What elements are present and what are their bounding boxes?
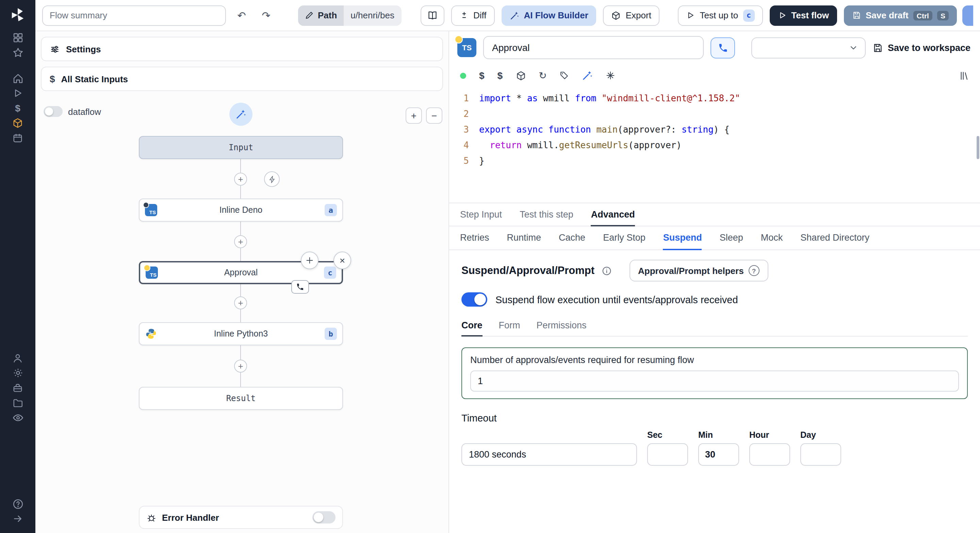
flow-settings-row[interactable]: Settings [41,37,443,61]
insert-step-button[interactable]: + [234,297,247,309]
node-inline-deno-label: Inline Deno [157,205,325,215]
ai-generate-wand-icon[interactable] [582,70,593,81]
path-button[interactable]: Path u/henri/bes [298,5,401,25]
users-icon[interactable] [8,351,28,366]
suspend-enable-toggle[interactable] [461,292,487,307]
dependencies-package-icon[interactable] [515,70,526,81]
windmill-logo[interactable] [10,0,26,30]
add-resource-icon[interactable]: $ [498,70,503,81]
dataflow-toggle[interactable] [43,106,63,117]
ai-flow-builder-button[interactable]: AI Flow Builder [501,5,597,25]
tab-core[interactable]: Core [461,315,482,336]
deploy-button-partial[interactable] [962,5,973,25]
code-line[interactable]: export async function main(approver?: st… [479,122,980,137]
home-icon[interactable] [8,71,28,86]
reload-icon[interactable]: ↻ [539,70,546,81]
reset-sparkle-icon[interactable] [606,71,616,80]
tab-step-input[interactable]: Step Input [460,203,502,226]
suspend-phone-button[interactable] [711,37,735,58]
timeout-sec-input[interactable] [647,443,688,466]
trigger-bolt-button[interactable] [264,171,280,187]
code-lines[interactable]: import * as wmill from "windmill-client@… [479,90,980,203]
approval-prompt-helpers-button[interactable]: Approval/Prompt helpers ? [629,260,768,281]
docs-book-button[interactable] [420,5,444,25]
expand-sidebar-arrow-icon[interactable] [8,511,28,526]
tab-cache[interactable]: Cache [559,226,585,250]
test-flow-button[interactable]: Test flow [769,5,837,25]
tab-form[interactable]: Form [499,315,520,336]
tab-mock[interactable]: Mock [761,226,783,250]
required-approvals-input[interactable] [470,371,959,392]
insert-step-button[interactable]: + [234,360,247,373]
library-icon[interactable] [959,70,969,81]
node-result[interactable]: Result [139,387,343,410]
info-icon[interactable] [601,265,611,276]
helpers-button-label: Approval/Prompt helpers [638,265,744,276]
export-button[interactable]: Export [603,5,659,25]
save-to-workspace-label: Save to workspace [888,43,970,53]
code-line[interactable]: return wmill.getResumeUrls(approver) [479,137,980,153]
topbar: ↶ ↷ Path u/henri/bes Diff AI Flow Builde… [35,0,980,31]
code-line[interactable] [479,106,980,122]
approval-phone-indicator[interactable] [291,280,309,294]
timeout-total-input[interactable] [461,443,637,466]
editor-scrollbar[interactable] [977,136,979,159]
runs-play-icon[interactable] [8,86,28,101]
error-handler-toggle[interactable] [312,511,336,523]
tab-permissions[interactable]: Permissions [537,315,587,336]
step-title-input[interactable] [483,36,704,59]
workers-toolbox-icon[interactable] [8,381,28,396]
flow-summary-input[interactable] [42,5,226,25]
suspend-toggle-label: Suspend flow execution until events/appr… [495,294,738,305]
insert-step-button[interactable]: + [234,173,247,186]
all-static-inputs-row[interactable]: $ All Static Inputs [41,67,443,91]
help-icon[interactable] [8,496,28,511]
zoom-out-button[interactable]: − [426,108,442,124]
timeout-hour-input[interactable] [749,443,790,466]
help-circle-icon: ? [749,265,759,276]
sliders-icon [50,44,60,54]
resources-icon[interactable] [8,116,28,130]
audit-eye-icon[interactable] [8,411,28,425]
add-variable-icon[interactable]: $ [479,70,485,81]
zoom-in-button[interactable]: + [406,108,422,124]
diff-label: Diff [473,10,487,21]
tab-test-this-step[interactable]: Test this step [520,203,573,226]
tab-retries[interactable]: Retries [460,226,489,250]
settings-gear-icon[interactable] [8,366,28,381]
undo-button[interactable]: ↶ [233,6,250,25]
test-up-to-button[interactable]: Test up to c [678,5,763,25]
favorites-star-icon[interactable] [8,45,28,60]
diff-button[interactable]: Diff [451,5,495,25]
tab-sleep[interactable]: Sleep [720,226,743,250]
tab-advanced[interactable]: Advanced [591,203,635,226]
tab-suspend[interactable]: Suspend [663,226,702,250]
insert-step-button[interactable]: + [234,235,247,248]
script-version-select[interactable] [752,37,866,58]
ai-builder-graph-button[interactable] [229,103,253,126]
move-step-button[interactable] [301,252,318,269]
variables-dollar-icon[interactable]: $ [8,101,28,116]
tab-early-stop[interactable]: Early Stop [603,226,646,250]
redo-button[interactable]: ↷ [257,6,275,25]
delete-step-button[interactable]: × [334,252,351,269]
timeout-day-input[interactable] [800,443,841,466]
node-input[interactable]: Input [139,136,343,159]
tag-icon[interactable] [560,71,569,80]
schedules-calendar-icon[interactable] [8,130,28,146]
code-editor[interactable]: 12345 import * as wmill from "windmill-c… [449,87,980,203]
hour-label: Hour [749,430,790,440]
node-inline-deno[interactable]: TS Inline Deno a [139,198,343,222]
code-line[interactable]: } [479,153,980,168]
tab-runtime[interactable]: Runtime [507,226,541,250]
tab-shared-directory[interactable]: Shared Directory [800,226,869,250]
timeout-min-input[interactable] [698,443,739,466]
node-inline-python[interactable]: Inline Python3 b [139,322,343,345]
error-handler-row[interactable]: Error Handler [139,506,343,529]
apps-grid-icon[interactable] [8,30,28,45]
flow-graph-panel: Settings $ All Static Inputs dataflow + … [35,31,449,533]
save-draft-button[interactable]: Save draft Ctrl S [844,5,957,25]
code-line[interactable]: import * as wmill from "windmill-client@… [479,90,980,106]
folders-icon[interactable] [8,396,28,411]
save-to-workspace-button[interactable]: Save to workspace [873,43,972,53]
